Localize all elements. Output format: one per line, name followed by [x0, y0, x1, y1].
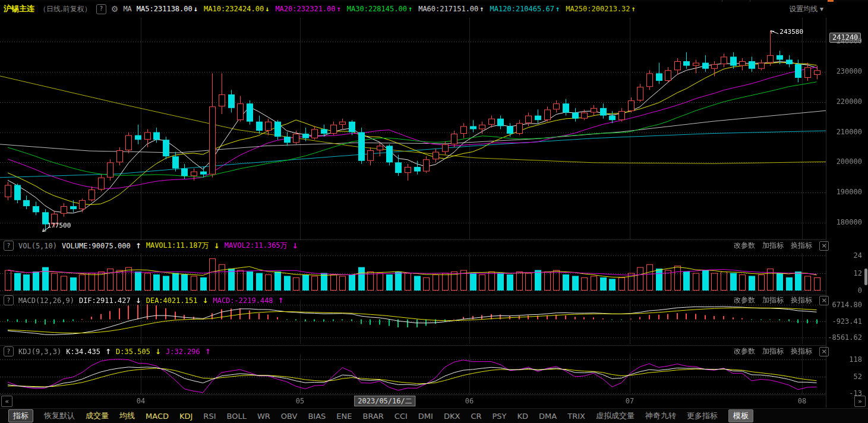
toolbar-item-3-cn[interactable]: 均线: [119, 411, 135, 421]
ma-legend-ma60: MA60:217151.00↑: [418, 5, 484, 13]
toolbar-item-15-DKX[interactable]: DKX: [444, 412, 460, 421]
toolbar-item-4-MACD[interactable]: MACD: [146, 412, 169, 421]
toolbar-item-2-cn[interactable]: 成交量: [86, 411, 109, 421]
vol-add-indicator-button[interactable]: 加指标: [762, 241, 784, 251]
indicator-toolbar: 指标恢复默认成交量均线MACDKDJRSIBOLLWROBVBIASENEBRA…: [0, 408, 868, 423]
toolbar-item-10-BIAS[interactable]: BIAS: [308, 412, 326, 421]
kdj-switch-indicator-button[interactable]: 换指标: [791, 346, 812, 356]
scrollbar-thumb[interactable]: [864, 269, 867, 285]
main-chart-header: 沪锡主连 （日线,前复权） ? ⚙ MA MA5:231138.00↓MA10:…: [4, 3, 636, 15]
macd-switch-indicator-button[interactable]: 换指标: [791, 295, 812, 305]
toolbar-item-17-PSY[interactable]: PSY: [493, 412, 507, 421]
vol-switch-indicator-button[interactable]: 换指标: [791, 241, 812, 251]
arrow-icon: ↑: [205, 348, 211, 356]
top-fragment-divider: [722, 0, 722, 2]
volume-chart[interactable]: [0, 253, 826, 292]
date-label-08: 08: [798, 397, 806, 405]
ma-legend-ma250: MA250:200213.32↑: [566, 5, 636, 13]
toolbar-item-24-cn[interactable]: 模板: [728, 409, 753, 422]
arrow-icon: ↑: [105, 348, 111, 356]
mavol1-value: MAVOL1:11.187万: [146, 241, 209, 251]
price-tick: 190000: [837, 188, 862, 196]
volume-tick: 24: [854, 251, 862, 260]
toolbar-item-19-DMA[interactable]: DMA: [539, 412, 557, 421]
volume-tick: 12: [854, 269, 862, 277]
ma-legend-ma30: MA30:228145.00↑: [347, 5, 412, 13]
set-ma-label: 设置均线: [789, 5, 818, 13]
top-fragment-divider: [750, 0, 750, 2]
toolbar-item-0-cn[interactable]: 指标: [8, 409, 33, 422]
toolbar-item-13-CCI[interactable]: CCI: [394, 412, 408, 421]
toolbar-item-11-ENE[interactable]: ENE: [336, 412, 352, 421]
date-label-06: 06: [465, 397, 474, 405]
toolbar-item-21-cn[interactable]: 虚拟成交量: [596, 411, 635, 421]
trading-app-window: 沪锡主连 （日线,前复权） ? ⚙ MA MA5:231138.00↓MA10:…: [0, 0, 868, 423]
help-icon[interactable]: ?: [4, 241, 14, 251]
kdj-panel-actions: 改参数 加指标 换指标 ×: [734, 346, 829, 356]
arrow-icon: ↓: [155, 348, 161, 356]
gear-icon[interactable]: ⚙: [111, 4, 119, 14]
toolbar-item-18-KD[interactable]: KD: [517, 412, 529, 421]
toolbar-item-23-cn[interactable]: 更多指标: [687, 411, 718, 421]
toolbar-item-12-BRAR[interactable]: BRAR: [363, 412, 384, 421]
toolbar-item-14-DMI[interactable]: DMI: [418, 412, 433, 421]
kdj-add-indicator-button[interactable]: 加指标: [762, 346, 784, 356]
volume-value: VOLUME:90075.000: [62, 242, 131, 250]
j-value: J:32.296: [166, 348, 200, 356]
help-icon[interactable]: ?: [4, 346, 14, 356]
date-label-04: 04: [137, 397, 145, 405]
kdj-change-params-button[interactable]: 改参数: [734, 346, 755, 356]
macd-tick: -8561.62: [828, 333, 862, 342]
toolbar-item-22-cn[interactable]: 神奇九转: [645, 411, 676, 421]
scroll-right-button[interactable]: »: [854, 396, 866, 407]
price-axis: 241240 240000230000220000210000200000190…: [826, 0, 868, 423]
toolbar-item-8-WR[interactable]: WR: [257, 412, 270, 421]
arrow-icon: ↓: [202, 296, 208, 305]
price-tick: 220000: [837, 97, 862, 106]
ma-group-label: MA: [123, 5, 131, 13]
price-tick: 180000: [837, 218, 862, 226]
ma-legend: MA5:231138.00↓MA10:232424.00↓MA20:232321…: [137, 5, 636, 13]
toolbar-item-9-OBV[interactable]: OBV: [281, 412, 298, 421]
macd-chart[interactable]: [0, 300, 826, 344]
macd-change-params-button[interactable]: 改参数: [734, 295, 755, 305]
arrow-icon: ↓: [214, 242, 220, 250]
mavol2-value: MAVOL2:11.365万: [225, 241, 288, 251]
ma-legend-ma5: MA5:231138.00↓: [137, 5, 198, 13]
macd-panel-actions: 改参数 加指标 换指标 ×: [734, 295, 829, 305]
macd-tick: -923.41: [832, 317, 862, 326]
macd-add-indicator-button[interactable]: 加指标: [762, 295, 784, 305]
vol-indicator-name: VOL(5,10): [18, 242, 57, 250]
price-tick: 200000: [837, 157, 862, 166]
kdj-tick: 52: [854, 373, 862, 381]
panel-separator: [0, 239, 826, 240]
help-icon[interactable]: ?: [4, 295, 14, 305]
macd-panel-header: ? MACD(12,26,9) DIF:2911.427 ↓ DEA:4021.…: [4, 295, 284, 305]
kdj-chart[interactable]: [0, 354, 826, 394]
toolbar-item-20-TRIX[interactable]: TRIX: [567, 412, 585, 421]
date-label-07: 07: [626, 397, 634, 405]
panel-separator: [0, 345, 826, 346]
scroll-left-button[interactable]: «: [1, 396, 12, 407]
k-value: K:34.435: [66, 348, 100, 356]
kdj-tick: 118: [849, 355, 862, 364]
toolbar-item-7-BOLL[interactable]: BOLL: [226, 412, 246, 421]
macd-tick: 6714.80: [832, 301, 862, 309]
macd-value: MACD:-2219.448: [213, 296, 273, 305]
toolbar-item-6-RSI[interactable]: RSI: [203, 412, 216, 421]
toolbar-item-1-cn[interactable]: 恢复默认: [44, 411, 75, 421]
set-ma-button[interactable]: 设置均线 ▾: [789, 4, 823, 14]
price-annotation-low: 177500: [48, 222, 71, 229]
toolbar-item-5-KDJ[interactable]: KDJ: [179, 412, 192, 421]
dif-value: DIF:2911.427: [79, 296, 131, 305]
toolbar-item-16-CR[interactable]: CR: [471, 412, 481, 421]
main-price-chart[interactable]: [0, 18, 826, 240]
macd-indicator-name: MACD(12,26,9): [18, 296, 74, 305]
help-icon[interactable]: ?: [96, 4, 106, 14]
price-annotation-high: 243580: [779, 29, 803, 36]
price-tick: 240000: [837, 37, 862, 45]
ma-legend-ma120: MA120:210465.67↑: [490, 5, 560, 13]
vol-change-params-button[interactable]: 改参数: [734, 241, 755, 251]
date-label-05: 05: [296, 397, 304, 405]
arrow-icon: ↑: [135, 242, 141, 250]
